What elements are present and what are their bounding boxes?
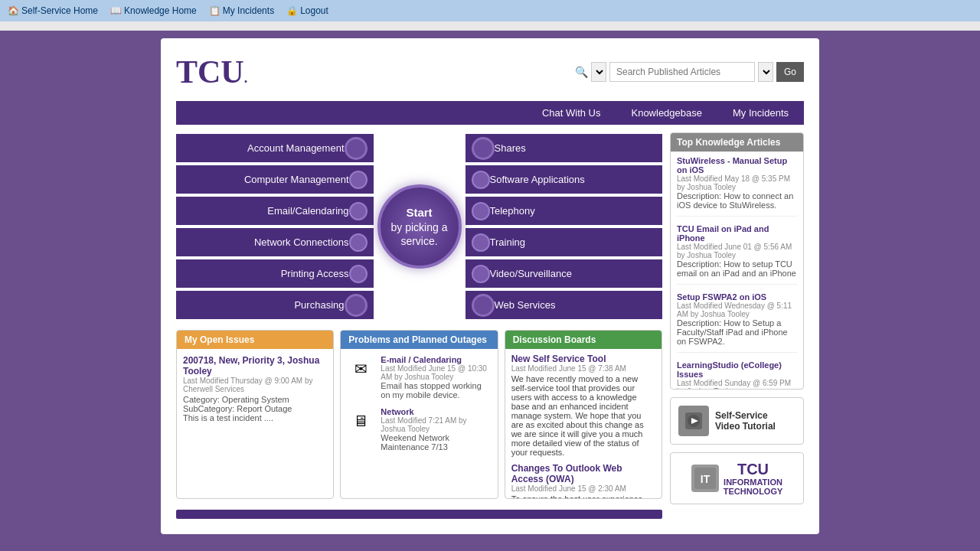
email-icon: ✉ <box>347 355 374 383</box>
problem-email-title[interactable]: E-mail / Calendaring <box>381 355 491 364</box>
connector-circle <box>349 171 368 189</box>
kb-meta-4: Last Modified Sunday @ 6:59 PM by Joshua… <box>677 379 797 389</box>
header-area: TCU. 🔍 ▼ ▼ Go <box>176 54 804 90</box>
service-telephony[interactable]: Telephony <box>466 197 663 225</box>
kb-meta-1: Last Modified May 18 @ 5:35 PM by Joshua… <box>677 174 797 191</box>
service-account-management[interactable]: Account Management <box>176 134 374 162</box>
service-purchasing[interactable]: Purchasing <box>176 291 374 319</box>
footer-bar <box>176 510 662 519</box>
connector-circle <box>472 202 490 220</box>
kb-title-2[interactable]: TCU Email on iPad and iPhone <box>677 224 797 243</box>
main-container: TCU. 🔍 ▼ ▼ Go Chat With Us Knowledgebase… <box>161 38 819 534</box>
connector-circle <box>345 294 368 317</box>
open-issues-panel: My Open Issues 200718, New, Priority 3, … <box>176 330 334 499</box>
service-label: service. <box>391 234 448 248</box>
problems-panel: Problems and Planned Outages ✉ E-mail / … <box>340 330 498 499</box>
kb-header: Top Knowledge Articles <box>671 133 803 152</box>
disc-title-2[interactable]: Changes To Outlook Web Access (OWA) <box>511 463 655 484</box>
search-go-button[interactable]: Go <box>776 62 804 82</box>
video-tutorial-label: Self-ServiceVideo Tutorial <box>715 410 776 432</box>
issue-title[interactable]: 200718, New, Priority 3, Joshua Tooley <box>183 355 327 377</box>
service-network-connections[interactable]: Network Connections <box>176 228 374 256</box>
problem-network-text: Network Last Modified 7:21 AM by Joshua … <box>381 407 491 452</box>
search-icon[interactable]: 🔍 <box>575 66 588 78</box>
tcu-it-info: INFORMATION <box>724 478 783 487</box>
kb-item-2: TCU Email on iPad and iPhone Last Modifi… <box>677 224 797 285</box>
main-area: Account Management Computer Management E… <box>176 132 662 519</box>
kb-item-3: Setup FSWPA2 on iOS Last Modified Wednes… <box>677 292 797 353</box>
connector-circle <box>472 294 495 317</box>
service-software-applications[interactable]: Software Applications <box>466 165 663 194</box>
search-area: 🔍 ▼ ▼ Go <box>575 62 804 82</box>
video-tutorial[interactable]: Self-ServiceVideo Tutorial <box>670 397 804 445</box>
problem-item-email: ✉ E-mail / Calendaring Last Modified Jun… <box>347 355 491 399</box>
picking-label: by picking a <box>391 220 448 234</box>
svg-text:IT: IT <box>700 473 710 485</box>
connector-circle <box>472 171 490 189</box>
disc-meta-2: Last Modified June 15 @ 2:30 AM <box>511 484 655 493</box>
connector-circle <box>345 137 368 160</box>
problem-email-meta: Last Modified June 15 @ 10:30 AM by Josh… <box>381 364 491 381</box>
issue-description: This is a test incident .... <box>183 413 327 422</box>
disc-body-1: We have recently moved to a new self-ser… <box>511 374 655 457</box>
kb-desc-2: Description: How to setup TCU email on a… <box>677 259 797 278</box>
problems-content: ✉ E-mail / Calendaring Last Modified Jun… <box>341 349 497 487</box>
search-type-dropdown[interactable]: ▼ <box>591 62 606 82</box>
disc-body-2: To ensure the best user experience, we d… <box>511 494 655 498</box>
search-input[interactable] <box>609 62 755 82</box>
kb-panel: Top Knowledge Articles StuWireless - Man… <box>670 132 804 390</box>
start-label: Start <box>391 205 448 220</box>
service-computer-management[interactable]: Computer Management <box>176 165 374 194</box>
knowledge-home-link[interactable]: 📖 Knowledge Home <box>110 5 197 16</box>
problem-network-title[interactable]: Network <box>381 407 491 416</box>
clipboard-icon: 📋 <box>209 5 220 16</box>
right-sidebar: Top Knowledge Articles StuWireless - Man… <box>670 132 804 519</box>
kb-content: StuWireless - Manual Setup on iOS Last M… <box>671 152 803 389</box>
nav-chat-link[interactable]: Chat With Us <box>527 101 616 125</box>
kb-title-1[interactable]: StuWireless - Manual Setup on iOS <box>677 156 797 174</box>
service-web-services[interactable]: Web Services <box>466 291 663 319</box>
kb-title-4[interactable]: LearningStudio (eCollege) Issues <box>677 360 797 379</box>
kb-desc-3: Description: How to Setup a Faculty/Staf… <box>677 318 797 346</box>
service-training[interactable]: Training <box>466 228 663 256</box>
top-bar: 🏠 Self-Service Home 📖 Knowledge Home 📋 M… <box>0 0 980 21</box>
service-printing-access[interactable]: Printing Access <box>176 259 374 288</box>
open-issues-header: My Open Issues <box>177 331 333 349</box>
issue-category: Category: Operating System <box>183 395 327 404</box>
tcu-it-name: TCU <box>724 461 783 478</box>
video-icon <box>678 406 709 436</box>
connector-circle <box>472 233 490 252</box>
discussion-item-2: Changes To Outlook Web Access (OWA) Last… <box>511 463 655 498</box>
service-right-column: Shares Software Applications Telephony T… <box>466 132 663 321</box>
problem-item-network: 🖥 Network Last Modified 7:21 AM by Joshu… <box>347 407 491 452</box>
home-icon: 🏠 <box>8 5 19 16</box>
service-video-surveillance[interactable]: Video/Surveillance <box>466 259 663 288</box>
service-email-calendaring[interactable]: Email/Calendaring <box>176 197 374 225</box>
self-service-home-link[interactable]: 🏠 Self-Service Home <box>8 5 98 16</box>
service-shares[interactable]: Shares <box>466 134 663 162</box>
nav-incidents-link[interactable]: My Incidents <box>717 101 804 125</box>
kb-item-1: StuWireless - Manual Setup on iOS Last M… <box>677 156 797 217</box>
tcu-it-icon: IT <box>691 465 719 492</box>
kb-desc-1: Description: How to connect an iOS devic… <box>677 191 797 210</box>
my-incidents-link[interactable]: 📋 My Incidents <box>209 5 274 16</box>
bottom-panels: My Open Issues 200718, New, Priority 3, … <box>176 330 662 499</box>
connector-circle <box>472 265 490 283</box>
tcu-it-logo: IT TCU INFORMATION TECHNOLOGY <box>670 452 804 504</box>
kb-item-4: LearningStudio (eCollege) Issues Last Mo… <box>677 360 797 389</box>
search-filter-dropdown[interactable]: ▼ <box>758 62 773 82</box>
logout-link[interactable]: 🔒 Logout <box>286 5 328 16</box>
tcu-it-tech: TECHNOLOGY <box>724 487 783 496</box>
connector-circle <box>349 265 368 283</box>
discussion-content: New Self Service Tool Last Modified June… <box>505 349 662 498</box>
kb-title-3[interactable]: Setup FSWPA2 on iOS <box>677 292 797 302</box>
disc-title-1[interactable]: New Self Service Tool <box>511 354 655 364</box>
kb-meta-3: Last Modified Wednesday @ 5:11 AM by Jos… <box>677 302 797 318</box>
start-circle[interactable]: Start by picking a service. <box>377 184 462 269</box>
problem-network-meta: Last Modified 7:21 AM by Joshua Tooley <box>381 416 491 433</box>
issue-subcategory: SubCategory: Report Outage <box>183 404 327 413</box>
problem-email-desc: Email has stopped working on my mobile d… <box>381 381 491 399</box>
service-left-column: Account Management Computer Management E… <box>176 132 374 321</box>
nav-knowledgebase-link[interactable]: Knowledgebase <box>616 101 717 125</box>
network-icon: 🖥 <box>347 407 374 435</box>
